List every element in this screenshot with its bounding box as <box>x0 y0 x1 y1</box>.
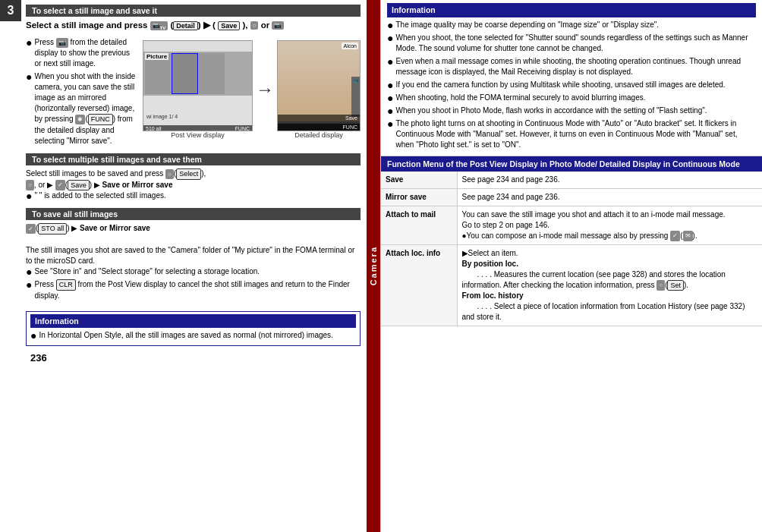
cam-icon-sm: 📷 <box>56 38 68 48</box>
section2-bar: To select multiple still images and save… <box>26 153 361 165</box>
multi-section: To select multiple still images and save… <box>26 153 361 204</box>
set-key: Set <box>667 280 684 291</box>
section3-bullet1: ● See "Store in" and "Select storage" fo… <box>26 266 361 277</box>
func-row-save: Save See page 234 and page 236. <box>381 172 762 189</box>
check-icon: ✓ <box>55 180 65 190</box>
right-info-section: Information ● The image quality may be c… <box>381 0 762 156</box>
save-key: Save <box>218 21 240 30</box>
images-row: Picture wi image 1/ 4 510 all <box>143 40 361 139</box>
function-menu-table: Save See page 234 and page 236. Mirror s… <box>381 172 762 327</box>
circle-btn2: ○ <box>165 169 174 179</box>
image-section: ● Press 📷 from the detailed display to s… <box>26 37 361 149</box>
step3-title: Select a still image and press 📷TV (Deta… <box>26 20 361 30</box>
detail-image: Alcon 📺 Save FUNC <box>277 40 361 131</box>
post-view-sim: Picture wi image 1/ 4 510 all <box>143 52 252 131</box>
camera-label: Camera <box>369 246 378 285</box>
tv-icon: 📷TV <box>150 21 168 31</box>
section2-bullet: ● " " is added to the selected still ima… <box>26 190 361 201</box>
circle-btn3: ○ <box>26 180 34 190</box>
func-content-mirror: See page 234 and page 236. <box>457 188 762 206</box>
section1-bar: To select a still image and save it <box>26 5 361 17</box>
save-btn-label: Save <box>345 115 357 121</box>
save-key2: Save <box>68 180 90 191</box>
circle-btn: ○ <box>250 21 259 30</box>
function-menu-header: Function Menu of the Post View Display i… <box>381 156 762 172</box>
select-key: Select <box>176 168 201 180</box>
check-icon2: ✓ <box>26 224 36 234</box>
func-content-loc: ▶Select an item. By position loc. . . . … <box>457 244 762 326</box>
sel-all-bar: 510 all FUNC <box>143 125 252 131</box>
cam-icon: 📷 <box>272 21 284 30</box>
post-view-wrapper: Picture wi image 1/ 4 510 all <box>143 40 253 139</box>
info-right-bullet7: ● The photo light turns on at shooting i… <box>387 118 756 150</box>
func-label-save: Save <box>381 172 457 189</box>
mail-icon: ✉ <box>683 231 693 241</box>
section3-content: ✓(STO all) ▶ Save or Mirror save The sti… <box>26 223 361 301</box>
post-view-image: Picture wi image 1/ 4 510 all <box>143 40 253 131</box>
info-right-bullet5: ● When shooting, hold the FOMA terminal … <box>387 93 756 103</box>
info-right-bullet1: ● The image quality may be coarse depend… <box>387 20 756 30</box>
func-content-save: See page 234 and page 236. <box>457 172 762 189</box>
section3-bullet2: ● Press CLR from the Post View display t… <box>26 279 361 301</box>
func-label-mail: Attach to mail <box>381 206 457 244</box>
info-right-bullet2: ● When you shoot, the tone selected for … <box>387 33 756 54</box>
func-label-loc: Attach loc. info <box>381 244 457 326</box>
info-right-bullet4: ● If you end the camera function by usin… <box>387 80 756 90</box>
step3-title-text: Select a still image and press <box>26 20 147 30</box>
section3-bar: To save all still images <box>26 208 361 220</box>
wi-image-label: wi image 1/ 4 <box>145 113 179 120</box>
picture-label: Picture <box>145 53 168 60</box>
info-bar-left: Information <box>30 314 356 329</box>
arrow-between: → <box>256 79 274 100</box>
bullet-2: ● When you shot with the inside camera, … <box>26 71 137 146</box>
info-bar-right: Information <box>387 3 756 17</box>
detail-face <box>278 41 360 121</box>
left-column: 3 Camera To select a still image and sav… <box>0 0 381 532</box>
func-label-mirror: Mirror save <box>381 188 457 206</box>
detail-wrapper: Alcon 📺 Save FUNC Detailed display <box>277 40 361 139</box>
loc-desc2: . . . . Select a piece of location infor… <box>462 302 745 321</box>
bullet-1: ● Press 📷 from the detailed display to s… <box>26 37 137 69</box>
left-main-content: To select a still image and save it Sele… <box>21 0 365 532</box>
info-box-left: Information ● In Horizontal Open Style, … <box>26 311 361 347</box>
alcon-badge: Alcon <box>342 42 358 49</box>
loc-desc1: . . . . Measures the current location (s… <box>462 270 726 289</box>
func-key: FUNC <box>88 114 113 125</box>
save-all-section: To save all still images ✓(STO all) ▶ Sa… <box>26 208 361 304</box>
right-column: Information ● The image quality may be c… <box>381 0 762 532</box>
sto-all-key: STO all <box>38 223 67 235</box>
step-badge: 3 <box>0 0 21 21</box>
detailed-caption: Detailed display <box>294 131 343 139</box>
page-number: 236 <box>26 349 361 367</box>
info-right-bullet6: ● When you shoot in Photo Mode, flash wo… <box>387 105 756 116</box>
info-bullet-left: ● In Horizontal Open Style, all the stil… <box>30 330 356 341</box>
tv-badge: 📺 <box>351 77 360 117</box>
detail-key: Detail <box>173 21 198 30</box>
func-row-mirror: Mirror save See page 234 and page 236. <box>381 188 762 206</box>
post-view-caption: Post View display <box>171 131 224 139</box>
func-row-loc: Attach loc. info ▶Select an item. By pos… <box>381 244 762 326</box>
func-row-mail: Attach to mail You can save the still im… <box>381 206 762 244</box>
func-content-mail: You can save the still image you shot an… <box>457 206 762 244</box>
check-icon3: ✓ <box>670 231 680 241</box>
info-right-bullet3: ● Even when a mail message comes in whil… <box>387 56 756 77</box>
func-detail-bar: FUNC <box>278 124 360 131</box>
clr-key: CLR <box>56 279 76 291</box>
camera-sidebar: Camera <box>367 0 380 532</box>
circle-btn4: ○ <box>657 280 665 290</box>
detail-sim: Alcon 📺 Save FUNC <box>278 41 360 131</box>
bullet-text-left: ● Press 📷 from the detailed display to s… <box>26 37 137 149</box>
func-icon: ✱ <box>75 115 85 124</box>
section2-content: Select still images to be saved and pres… <box>26 168 361 201</box>
